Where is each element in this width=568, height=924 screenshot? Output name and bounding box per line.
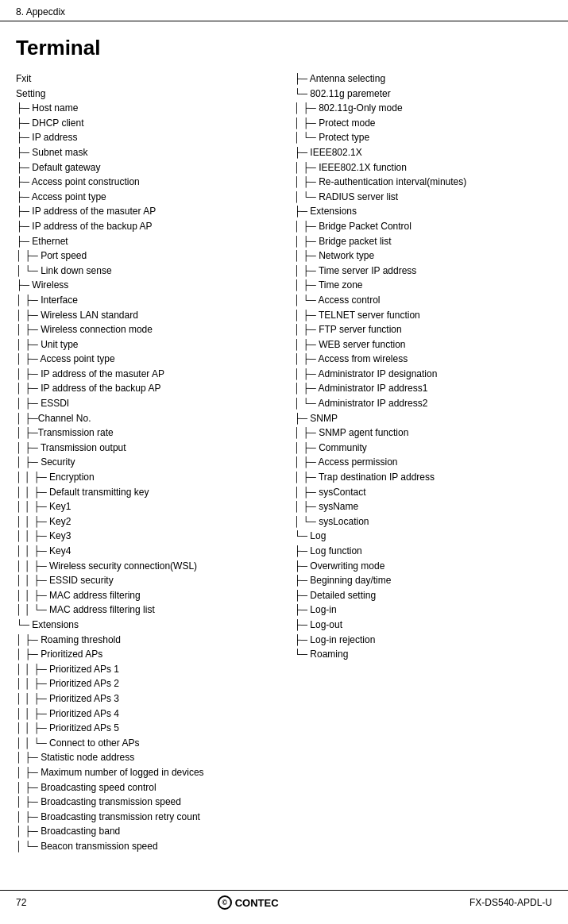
tree-item: │ ├─ Re-authentication interval(minutes) — [294, 175, 552, 190]
tree-item: │ └─ Protect type — [294, 130, 552, 145]
left-column: FxitSetting├─ Host name├─ DHCP client├─ … — [16, 71, 286, 853]
tree-item: │ ├─ Trap destination IP address — [294, 470, 552, 485]
tree-item: │ └─ Link down sense — [16, 264, 286, 279]
tree-item: │ ├─ Broadcasting speed control — [16, 780, 286, 795]
tree-item: ├─ IP address — [16, 130, 286, 145]
content-area: FxitSetting├─ Host name├─ DHCP client├─ … — [0, 71, 568, 853]
tree-item: │ ├─ Bridge Packet Control — [294, 219, 552, 234]
tree-item: │ ├─ sysName — [294, 499, 552, 514]
tree-item: └─ Log — [294, 529, 552, 544]
tree-item: │ ├─ Access point type — [16, 352, 286, 367]
tree-item: ├─ Log-in rejection — [294, 633, 552, 648]
tree-item: ├─ Antenna selecting — [294, 71, 552, 87]
tree-item: └─ 802.11g paremeter — [294, 87, 552, 102]
tree-item: │ │ ├─ Prioritized APs 5 — [16, 721, 286, 736]
tree-item: ├─ Beginning day/time — [294, 573, 552, 588]
logo-circle-icon: © — [218, 895, 232, 910]
tree-item: │ ├─ Bridge packet list — [294, 234, 552, 249]
page-number: 72 — [16, 897, 26, 908]
tree-item: │ ├─ Statistic node address — [16, 750, 286, 765]
company-name: CONTEC — [235, 897, 279, 909]
tree-item: ├─ Subnet mask — [16, 145, 286, 160]
tree-item: │ ├─ Roaming threshold — [16, 633, 286, 648]
right-column: ├─ Antenna selecting└─ 802.11g paremeter… — [286, 71, 552, 853]
tree-item: │ ├─ Maximum number of logged in devices — [16, 765, 286, 780]
tree-item: │ ├─ WEB server function — [294, 337, 552, 352]
tree-item: ├─ SNMP — [294, 411, 552, 426]
tree-item: │ ├─ ESSDI — [16, 396, 286, 411]
tree-item: │ ├─ Protect mode — [294, 116, 552, 131]
tree-item: │ │ └─ MAC address filtering list — [16, 603, 286, 618]
tree-item: │ ├─Transmission rate — [16, 425, 286, 441]
tree-item: ├─ Extensions — [294, 204, 552, 219]
tree-item: │ ├─ Interface — [16, 293, 286, 308]
tree-item: │ ├─ Community — [294, 441, 552, 456]
tree-item: │ ├─ Time server IP address — [294, 264, 552, 279]
page-title: Terminal — [0, 21, 568, 71]
tree-item: │ └─ Administrator IP address2 — [294, 396, 552, 411]
tree-item: ├─ Overwriting mode — [294, 559, 552, 574]
tree-item: │ └─ Access control — [294, 293, 552, 308]
product-name: FX-DS540-APDL-U — [469, 897, 552, 908]
tree-item: │ ├─ Broadcasting band — [16, 824, 286, 839]
tree-item: │ │ ├─ Prioritized APs 1 — [16, 662, 286, 677]
tree-item: ├─ Access point type — [16, 190, 286, 205]
company-logo: © CONTEC — [218, 895, 279, 910]
tree-item: │ ├─ Wireless connection mode — [16, 322, 286, 337]
tree-item: ├─ Log function — [294, 544, 552, 559]
tree-item: ├─ Host name — [16, 101, 286, 116]
tree-item: │ │ ├─ Default transmitting key — [16, 485, 286, 500]
page-header: 8. Appecdix — [0, 0, 568, 21]
tree-item: ├─ IP address of the masuter AP — [16, 204, 286, 219]
tree-item: Setting — [16, 87, 286, 102]
tree-item: │ └─ RADIUS server list — [294, 190, 552, 205]
tree-item: │ │ ├─ Wireless security connection(WSL) — [16, 559, 286, 574]
tree-item: │ ├─ Broadcasting transmission retry cou… — [16, 810, 286, 825]
tree-item: │ ├─ Network type — [294, 248, 552, 264]
tree-item: │ ├─ IEEE802.1X function — [294, 160, 552, 175]
tree-item: ├─ Log-out — [294, 618, 552, 633]
tree-item: │ ├─ Transmission output — [16, 441, 286, 456]
tree-item: ├─ IP address of the backup AP — [16, 219, 286, 234]
tree-item: │ │ ├─ Key1 — [16, 499, 286, 514]
tree-item: │ ├─ Administrator IP address1 — [294, 381, 552, 396]
tree-item: ├─ IEEE802.1X — [294, 145, 552, 160]
tree-item: │ │ ├─ Prioritized APs 3 — [16, 691, 286, 706]
tree-item: │ │ ├─ Key4 — [16, 544, 286, 559]
tree-item: │ ├─ Wireless LAN standard — [16, 308, 286, 323]
tree-item: ├─ Access point construction — [16, 175, 286, 190]
tree-item: │ │ └─ Connect to other APs — [16, 736, 286, 751]
tree-item: └─ Extensions — [16, 618, 286, 633]
tree-item: ├─ Wireless — [16, 278, 286, 293]
tree-item: │ │ ├─ MAC address filtering — [16, 588, 286, 603]
tree-item: │ ├─ Access from wireless — [294, 352, 552, 367]
tree-item: │ ├─ Port speed — [16, 248, 286, 264]
tree-item: ├─ DHCP client — [16, 116, 286, 131]
tree-item: │ ├─ Security — [16, 455, 286, 470]
tree-item: ├─ Detailed setting — [294, 588, 552, 603]
tree-item: │ └─ sysLocation — [294, 514, 552, 529]
tree-item: Fxit — [16, 71, 286, 87]
tree-item: │ ├─ Prioritized APs — [16, 647, 286, 662]
tree-item: ├─ Default gateway — [16, 160, 286, 175]
page-footer: 72 © CONTEC FX-DS540-APDL-U — [0, 890, 568, 914]
tree-item: │ ├─ FTP server function — [294, 322, 552, 337]
tree-item: │ ├─Channel No. — [16, 411, 286, 426]
tree-item: │ ├─ Unit type — [16, 337, 286, 352]
tree-item: │ ├─ IP address of the masuter AP — [16, 367, 286, 382]
tree-item: │ ├─ Administrator IP designation — [294, 367, 552, 382]
tree-item: │ ├─ TELNET server function — [294, 308, 552, 323]
tree-item: │ ├─ Access permission — [294, 455, 552, 470]
tree-item: │ ├─ IP address of the backup AP — [16, 381, 286, 396]
tree-item: │ │ ├─ Prioritized APs 4 — [16, 706, 286, 722]
tree-item: ├─ Log-in — [294, 603, 552, 618]
tree-item: │ │ ├─ Prioritized APs 2 — [16, 676, 286, 691]
tree-item: │ └─ Beacon transmission speed — [16, 839, 286, 854]
tree-item: │ │ ├─ Key3 — [16, 529, 286, 544]
tree-item: │ ├─ sysContact — [294, 485, 552, 500]
tree-item: │ │ ├─ Key2 — [16, 514, 286, 529]
tree-item: │ ├─ SNMP agent function — [294, 425, 552, 441]
tree-item: └─ Roaming — [294, 647, 552, 662]
tree-item: │ │ ├─ Encryption — [16, 470, 286, 485]
tree-item: ├─ Ethernet — [16, 234, 286, 249]
